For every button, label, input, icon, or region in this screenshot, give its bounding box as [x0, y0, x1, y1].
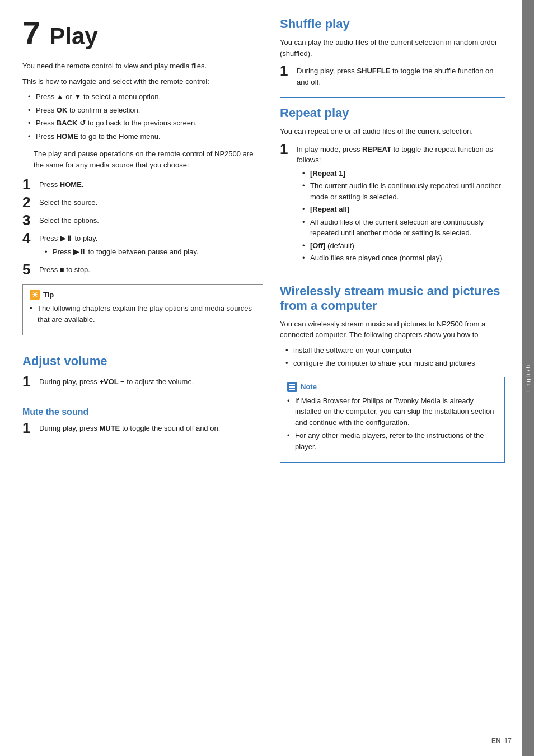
step-number: 5 — [22, 262, 34, 277]
step-content: During play, press MUTE to toggle the so… — [39, 421, 263, 434]
step-content: Press ▶⏸ to play. Press ▶⏸ to toggle bet… — [39, 231, 263, 259]
intro-note: The play and pause operations on the rem… — [34, 148, 263, 170]
step-number: 1 — [280, 142, 291, 156]
tip-header: ✳ Tip — [30, 290, 256, 300]
tip-label: Tip — [43, 291, 54, 299]
wireless-heading: Wirelessly stream music and pictures fro… — [280, 284, 505, 313]
list-item: If Media Browser for Philips or Twonky M… — [287, 395, 498, 428]
page-container: English 7 Play You need the remote contr… — [0, 0, 534, 756]
step-content: During play, press +VOL − to adjust the … — [39, 374, 263, 388]
step-number: 1 — [22, 374, 34, 389]
side-tab-text: English — [524, 364, 531, 392]
list-item: The following chapters explain the play … — [30, 303, 256, 325]
note-content: If Media Browser for Philips or Twonky M… — [287, 395, 498, 452]
intro-line2: This is how to navigate and select with … — [22, 76, 263, 87]
step4-sub-list: Press ▶⏸ to toggle between pause and pla… — [45, 246, 263, 258]
repeat-play-intro: You can repeat one or all audio files of… — [280, 126, 505, 137]
list-item: [Repeat 1] — [302, 168, 505, 179]
wireless-bullets: install the software on your computer co… — [285, 345, 505, 369]
list-item: Press ▲ or ▼ to select a menu option. — [28, 91, 263, 102]
footer-page: 17 — [504, 737, 512, 745]
step-2: 2 Select the source. — [22, 195, 263, 209]
list-item: Press HOME to go to the Home menu. — [28, 131, 263, 142]
shuffle-play-heading: Shuffle play — [280, 17, 505, 31]
step-3: 3 Select the options. — [22, 213, 263, 227]
list-item: [Repeat all] — [302, 204, 505, 215]
step-1: 1 Press HOME. — [22, 177, 263, 192]
section-divider-1 — [22, 346, 263, 346]
tip-icon: ✳ — [30, 290, 40, 300]
tip-list: The following chapters explain the play … — [30, 303, 256, 325]
step-content: During play, press SHUFFLE to toggle the… — [297, 63, 505, 87]
mute-sound-heading: Mute the sound — [22, 407, 263, 417]
step-number: 1 — [280, 63, 291, 78]
list-item: The current audio file is continuously r… — [302, 180, 505, 202]
step-content: Select the source. — [39, 195, 263, 208]
section-divider-3 — [280, 97, 505, 98]
intro-line1: You need the remote control to view and … — [22, 60, 263, 72]
section-divider-2 — [22, 399, 263, 399]
list-item: For any other media players, refer to th… — [287, 430, 498, 452]
list-item: Audio files are played once (normal play… — [302, 253, 505, 264]
note-header: Note — [287, 382, 498, 392]
mute-sound-step1: 1 During play, press MUTE to toggle the … — [22, 421, 263, 435]
right-column: Shuffle play You can play the audio file… — [280, 17, 505, 739]
left-column: 7 Play You need the remote control to vi… — [22, 17, 263, 739]
list-item: configure the computer to share your mus… — [285, 358, 505, 369]
footer-lang: EN — [491, 737, 501, 745]
step-number: 1 — [22, 421, 34, 435]
chapter-heading: 7 Play — [22, 17, 263, 49]
section-divider-4 — [280, 276, 505, 276]
adjust-volume-step1: 1 During play, press +VOL − to adjust th… — [22, 374, 263, 389]
step-number: 3 — [22, 213, 34, 227]
note-icon-line1 — [289, 384, 295, 385]
step-number: 1 — [22, 177, 34, 192]
note-icon — [287, 382, 297, 392]
repeat-sub-list: [Repeat 1] The current audio file is con… — [302, 168, 505, 264]
list-item: install the software on your computer — [285, 345, 505, 356]
step-content: In play mode, press REPEAT to toggle the… — [297, 142, 505, 265]
tip-content: The following chapters explain the play … — [30, 303, 256, 325]
shuffle-play-intro: You can play the audio files of the curr… — [280, 37, 505, 59]
step-number: 2 — [22, 195, 34, 209]
note-list: If Media Browser for Philips or Twonky M… — [287, 395, 498, 452]
wireless-intro: You can wirelessly stream music and pict… — [280, 319, 505, 340]
step-content: Select the options. — [39, 213, 263, 226]
chapter-title: Play — [49, 25, 97, 48]
note-icon-line3 — [289, 389, 295, 390]
list-item: Press ▶⏸ to toggle between pause and pla… — [45, 246, 263, 258]
note-icon-line2 — [289, 386, 295, 388]
note-box: Note If Media Browser for Philips or Two… — [280, 377, 505, 463]
adjust-volume-heading: Adjust volume — [22, 354, 263, 368]
chapter-number: 7 — [22, 17, 40, 49]
list-item: Press BACK ↺ to go back to the previous … — [28, 118, 263, 129]
intro-bullets: Press ▲ or ▼ to select a menu option. Pr… — [28, 91, 263, 142]
list-item: All audio files of the current selection… — [302, 217, 505, 239]
footer: EN 17 — [491, 737, 512, 745]
repeat-play-heading: Repeat play — [280, 106, 505, 120]
side-tab: English — [522, 0, 534, 756]
tip-box: ✳ Tip The following chapters explain the… — [22, 284, 263, 335]
list-item: [Off] (default) — [302, 240, 505, 251]
step-content: Press ■ to stop. — [39, 262, 263, 276]
step-number: 4 — [22, 231, 34, 245]
step-5: 5 Press ■ to stop. — [22, 262, 263, 277]
step-content: Press HOME. — [39, 177, 263, 190]
repeat-play-step1: 1 In play mode, press REPEAT to toggle t… — [280, 142, 505, 265]
shuffle-play-step1: 1 During play, press SHUFFLE to toggle t… — [280, 63, 505, 87]
content-area: 7 Play You need the remote control to vi… — [0, 0, 522, 756]
list-item: Press OK to confirm a selection. — [28, 105, 263, 116]
note-label: Note — [301, 382, 317, 391]
step-4: 4 Press ▶⏸ to play. Press ▶⏸ to toggle b… — [22, 231, 263, 259]
